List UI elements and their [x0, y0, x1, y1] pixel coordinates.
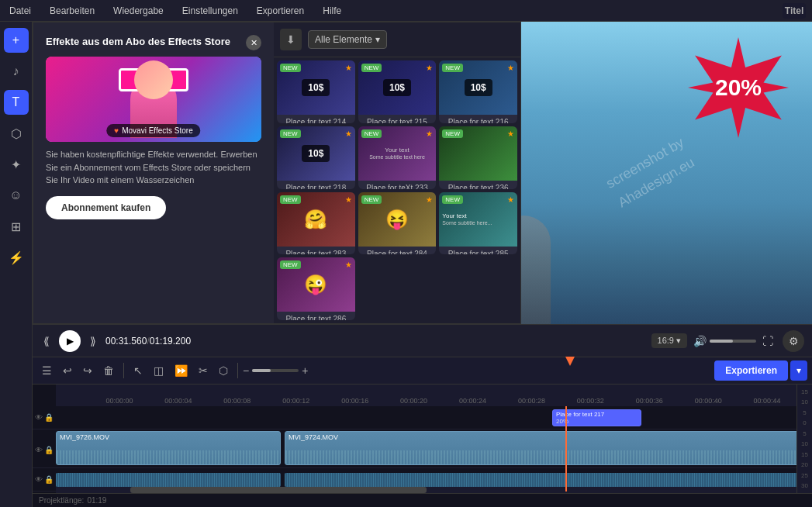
status-bar: Projektlänge: 01:19 [33, 493, 812, 507]
buy-subscription-button[interactable]: Abonnement kaufen [46, 196, 166, 219]
download-button[interactable]: ⬇ [280, 29, 302, 50]
timeline-ruler: 00:00:00 00:00:04 00:00:08 00:00:12 00:0… [56, 385, 796, 406]
forward-button[interactable]: ⟫ [87, 332, 99, 350]
text-clip-217-sublabel: 20% [556, 418, 638, 425]
movavi-badge: ♥ Movavi Effects Store [106, 124, 200, 137]
sidebar-icon-music[interactable]: ♪ [4, 59, 29, 84]
menu-item-bearbeiten[interactable]: Bearbeiten [47, 4, 98, 18]
filter-dropdown[interactable]: Alle Elemente ▾ [308, 30, 387, 49]
timeline-scrollbar-thumb[interactable] [130, 487, 427, 493]
rewind-button[interactable]: ⟪ [40, 332, 53, 350]
volume-slider[interactable] [710, 340, 756, 343]
timeline-header: 00:00:00 00:00:04 00:00:08 00:00:12 00:0… [33, 385, 812, 406]
menu-item-wiedergabe[interactable]: Wiedergabe [110, 4, 167, 18]
sidebar-icon-plugin[interactable]: ⚡ [4, 245, 29, 270]
star-badge-215: ★ [426, 64, 433, 72]
effect-card-216[interactable]: NEW ★ 10$ Place for text 216 [439, 60, 517, 123]
effect-card-236[interactable]: NEW ★ Place for text 236 [439, 126, 517, 189]
emoji-286: 😜 [304, 274, 327, 295]
settings-button[interactable]: ⚙ [783, 330, 804, 352]
redo-button[interactable]: ↪ [78, 361, 97, 380]
promo-title: Effekte aus dem Abo des Effects Store [46, 35, 230, 49]
effect-card-215[interactable]: NEW ★ 10$ Place for text 215 [358, 60, 437, 123]
new-badge-285: NEW [442, 195, 463, 204]
lock-icon-text[interactable]: 🔒 [44, 413, 54, 422]
new-badge-214: NEW [280, 64, 301, 72]
text-clip-217[interactable]: Place for text 217 20% [552, 409, 641, 426]
effects-panel: Effekte aus dem Abo des Effects Store ✕ … [33, 22, 521, 324]
main-layout: + ♪ T ⬡ ✦ ☺ ⊞ ⚡ Effekte aus dem Abo des … [0, 22, 812, 507]
eye-icon-text[interactable]: 👁 [35, 413, 43, 422]
sidebar-icon-template[interactable]: ⊞ [4, 214, 29, 239]
menu-item-hilfe[interactable]: Hilfe [320, 4, 344, 18]
lock-icon-video[interactable]: 🔒 [44, 446, 54, 454]
crop-tool-button[interactable]: ◫ [149, 361, 168, 380]
video-clip-mvi9726[interactable]: MVI_9726.MOV [56, 431, 281, 465]
preview-area: 20% screenshot by Ahadesign.eu [489, 22, 812, 324]
effect-card-286[interactable]: NEW ★ 😜 Place for text 286 [277, 257, 355, 320]
undo-button[interactable]: ↩ [58, 361, 77, 380]
close-button[interactable]: ✕ [246, 35, 261, 50]
delete-button[interactable]: 🗑 [98, 361, 119, 380]
emoji-284: 😝 [385, 209, 409, 230]
watermark: screenshot by Ahadesign.eu [602, 132, 700, 214]
playback-bar: ⟪ ▶ ⟫ 00:31.560/01:19.200 16:9 ▾ 🔊 ⛶ ⚙ [33, 324, 812, 357]
eye-icon-audio[interactable]: 👁 [35, 475, 43, 484]
center-area: Effekte aus dem Abo des Effects Store ✕ … [33, 22, 812, 507]
sidebar-icon-text[interactable]: T [4, 90, 29, 115]
aspect-ratio-selector[interactable]: 16:9 ▾ [651, 333, 687, 348]
timeline-scrollbar[interactable] [56, 487, 796, 493]
sidebar-icon-emoji[interactable]: ☺ [4, 183, 29, 208]
star-badge-218: ★ [345, 129, 352, 138]
zoom-out-button[interactable]: − [243, 365, 249, 376]
pointer-tool-button[interactable]: ↖ [129, 361, 147, 380]
preview-background: 20% screenshot by Ahadesign.eu [489, 22, 812, 324]
video-track-controls: 👁 🔒 [33, 443, 56, 454]
price-badge-215: 10$ [383, 79, 411, 96]
select-tool-button[interactable]: ☰ [37, 361, 57, 380]
new-badge-233: NEW [361, 129, 382, 138]
zoom-in-button[interactable]: + [302, 365, 308, 376]
freeze-button[interactable]: ⬡ [214, 361, 233, 380]
sidebar-icon-add[interactable]: + [4, 28, 29, 53]
effect-card-214[interactable]: NEW ★ 10$ Place for text 214 [277, 60, 355, 123]
effect-label-284: Place for text 284 [358, 247, 437, 255]
eye-icon-video[interactable]: 👁 [35, 446, 43, 454]
ruler-marks: 00:00:00 00:00:04 00:00:08 00:00:12 00:0… [56, 385, 796, 406]
volume-icon[interactable]: 🔊 [693, 335, 707, 347]
effect-label-216: Place for text 216 [439, 115, 517, 123]
export-dropdown-button[interactable]: ▾ [790, 360, 807, 381]
play-button[interactable]: ▶ [59, 330, 81, 352]
audio-clip-2[interactable] [285, 473, 812, 487]
effects-toolbar: ⬇ Alle Elemente ▾ [274, 22, 520, 57]
divider-2 [237, 363, 238, 378]
effect-card-218[interactable]: NEW ★ 10$ Place for text 218 [277, 126, 355, 189]
effect-card-284[interactable]: NEW ★ 😝 Place for text 284 [358, 192, 437, 255]
menu-item-datei[interactable]: Datei [6, 4, 34, 18]
text-track-controls: 👁 🔒 [33, 413, 56, 422]
speed-tool-button[interactable]: ⏩ [170, 361, 192, 380]
ruler-36: 00:00:36 [620, 397, 679, 406]
effect-card-283[interactable]: NEW ★ 🤗 Place for text 283 [277, 192, 355, 255]
effect-card-233[interactable]: NEW ★ Your textSome subtitle text here P… [358, 126, 437, 189]
ruler-44: 00:00:44 [738, 397, 796, 406]
effect-card-285[interactable]: NEW ★ Your textSome subtitle here... Pla… [439, 192, 517, 255]
new-badge-218: NEW [280, 129, 301, 138]
effect-thumb-284: NEW ★ 😝 [358, 192, 437, 247]
fullscreen-button[interactable]: ⛶ [762, 335, 773, 347]
split-button[interactable]: ✂ [194, 361, 213, 380]
video-track-content[interactable]: MVI_9726.MOV MVI_9724.MOV [56, 429, 796, 468]
sidebar-icon-transition[interactable]: ⬡ [4, 121, 29, 146]
effect-thumb-283: NEW ★ 🤗 [277, 192, 355, 247]
ruler-24: 00:00:24 [444, 397, 503, 406]
menu-item-einstellungen[interactable]: Einstellungen [179, 4, 241, 18]
text-track-content[interactable]: Place for text 217 20% [56, 406, 796, 429]
audio-clip-1[interactable] [56, 473, 281, 487]
menu-item-exportieren[interactable]: Exportieren [254, 4, 307, 18]
lock-icon-audio[interactable]: 🔒 [44, 475, 54, 484]
sidebar-icon-color[interactable]: ✦ [4, 152, 29, 177]
video-clip-mvi9724[interactable]: MVI_9724.MOV [285, 431, 812, 465]
effect-thumb-286: NEW ★ 😜 [277, 257, 355, 312]
zoom-slider[interactable] [252, 369, 299, 372]
export-button[interactable]: Exportieren [714, 360, 788, 381]
